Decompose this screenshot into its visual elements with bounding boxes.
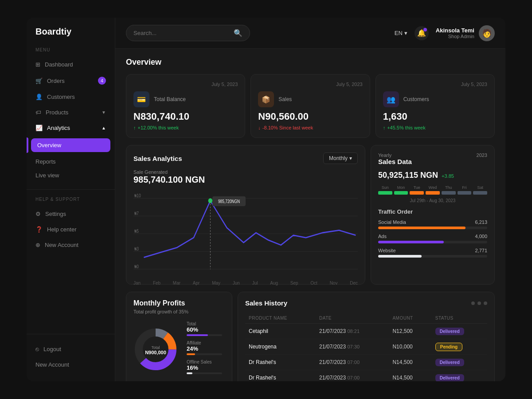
customers-value: 1,630: [383, 111, 487, 122]
gear-icon: ⚙: [35, 211, 41, 217]
main-content: 🔍 EN ▾ 🔔 Akinsola Temi Shop Admin 🧑: [115, 18, 505, 381]
profits-legend: Total 60% Affiliate 24% Offline Sales: [187, 321, 225, 379]
sidebar-item-help[interactable]: ❓ Help center: [27, 222, 115, 237]
sidebar-subitem-reports[interactable]: Reports: [27, 155, 115, 168]
sales-history-card: Sales History PRODUCT NAME DATE AMOUNT S…: [238, 292, 495, 381]
chart-container: ₦10 ₦7 ₦5 ₦3 ₦0: [133, 188, 358, 277]
sd-year: 2023: [477, 153, 487, 158]
sidebar-item-products[interactable]: 🏷 Products ▼: [27, 105, 115, 120]
date-range: Jul 29th - Aug 30, 2023: [378, 198, 487, 203]
analytics-card-title: Sales Analytics: [133, 155, 182, 162]
sidebar-item-orders[interactable]: 🛒 Orders 4: [27, 72, 115, 89]
col-status: STATUS: [432, 313, 487, 324]
sales-value: N90,560.00: [258, 111, 362, 122]
sidebar-subitem-overview[interactable]: Overview: [31, 138, 110, 152]
sidebar-item-addnew[interactable]: ⊕ New Account: [27, 237, 115, 253]
row-date: 21/07/2023 07:00: [316, 370, 389, 382]
history-table: PRODUCT NAME DATE AMOUNT STATUS Cetaphil…: [245, 313, 487, 381]
users-icon: 👥: [383, 91, 399, 107]
sidebar: Boardtiy MENU ⊞ Dashboard 🛒 Orders 4 👤 C…: [27, 18, 115, 381]
traffic-item-ads: Ads 4,000: [378, 234, 487, 243]
chart-xaxis: Jan Feb Mar Apr May Jun Jul Aug Sep Oct …: [133, 279, 358, 287]
svg-text:985,720NGN: 985,720NGN: [218, 200, 240, 204]
help-icon: ❓: [35, 226, 43, 233]
arrow-up-icon: ↑: [383, 125, 386, 130]
traffic-item-website: Website 2,771: [378, 248, 487, 258]
chart-label: Sale Generated: [133, 169, 358, 175]
monthly-dropdown[interactable]: Monthly ▾: [323, 153, 358, 164]
svg-text:₦5: ₦5: [134, 229, 139, 234]
stat-cards: July 5, 2023 💳 Total Balance N830,740.10…: [126, 74, 495, 138]
balance-date: July 5, 2023: [133, 82, 238, 87]
sales-label: Sales: [278, 96, 292, 102]
svg-text:₦10: ₦10: [134, 193, 141, 198]
arrow-down-icon: ↓: [258, 125, 261, 130]
help-label: HELP & SUPPORT: [27, 197, 115, 206]
sd-change: +3.85: [442, 173, 454, 179]
orders-badge: 4: [98, 77, 106, 85]
chevron-down-icon: ▼: [102, 110, 106, 115]
status-badge: Delivered: [435, 328, 464, 335]
legend-offline: Offline Sales 16%: [187, 360, 225, 374]
row-amount: N14,500: [389, 370, 431, 382]
customers-date: July 5, 2023: [383, 82, 487, 87]
row-amount: N12,500: [389, 324, 431, 339]
svg-text:₦7: ₦7: [134, 211, 139, 216]
notification-dot: [423, 28, 427, 31]
language-selector[interactable]: EN ▾: [395, 30, 407, 36]
stat-card-sales: July 5, 2023 📦 Sales N90,560.00 ↓ -8.10%…: [250, 74, 370, 138]
logout-icon: ⎋: [35, 346, 39, 352]
svg-text:₦3: ₦3: [134, 246, 139, 251]
table-row: Dr Rashel's 21/07/2023 07:00 N14,500 Del…: [245, 355, 487, 370]
product-name: Dr Rashel's: [245, 370, 316, 382]
user-role: Shop Admin: [436, 34, 474, 39]
row-date: 21/07/2023 07:30: [316, 339, 389, 355]
chart-value: 985,740.100 NGN: [133, 175, 358, 185]
product-name: Cetaphil: [245, 324, 316, 339]
stat-card-customers: July 5, 2023 👥 Customers 1,630 ↑ +45.5% …: [376, 74, 495, 138]
sidebar-subitem-liveview[interactable]: Live view: [27, 168, 115, 182]
traffic-section: Traffic Order Social Media 6,213: [378, 208, 487, 258]
traffic-title: Traffic Order: [378, 208, 487, 215]
box-icon: 📦: [258, 91, 274, 107]
wallet-icon: 💳: [133, 91, 149, 107]
legend-affiliate: Affiliate 24%: [187, 340, 225, 355]
sales-data-card: Yearly Sales Data 2023 50,925,115 NGN +3…: [371, 145, 495, 285]
status-badge: Delivered: [435, 374, 464, 381]
sidebar-item-analytics[interactable]: 📈 Analytics ▲: [27, 120, 115, 136]
donut-center-value: N900,000: [142, 350, 169, 355]
page-content: Overview July 5, 2023 💳 Total Balance N8…: [115, 49, 505, 381]
sd-title: Sales Data: [378, 158, 412, 165]
sidebar-item-dashboard[interactable]: ⊞ Dashboard: [27, 57, 115, 72]
cart-icon: 🛒: [35, 78, 43, 84]
customers-label: Customers: [403, 96, 429, 102]
sidebar-item-logout[interactable]: ⎋ Logout: [27, 341, 115, 357]
person-icon: 👤: [35, 94, 43, 100]
search-bar[interactable]: 🔍: [126, 25, 250, 41]
stat-card-balance: July 5, 2023 💳 Total Balance N830,740.10…: [126, 74, 245, 138]
sidebar-item-settings[interactable]: ⚙ Settings: [27, 206, 115, 222]
donut-center-label: Total: [142, 345, 169, 350]
grid-icon: ⊞: [35, 61, 40, 68]
sales-change: ↓ -8.10% Since last week: [258, 125, 362, 130]
balance-label: Total Balance: [154, 96, 186, 102]
traffic-item-social: Social Media 6,213: [378, 219, 487, 229]
product-name: Dr Rashel's: [245, 355, 316, 370]
chart-svg: ₦10 ₦7 ₦5 ₦3 ₦0: [133, 188, 358, 277]
history-dots: [471, 301, 487, 305]
search-input[interactable]: [133, 30, 230, 36]
notification-button[interactable]: 🔔: [415, 26, 429, 40]
sd-period: Yearly: [378, 153, 412, 158]
table-row: Neutrogena 21/07/2023 07:30 N10,000 Pend…: [245, 339, 487, 355]
sidebar-item-customers[interactable]: 👤 Customers: [27, 89, 115, 105]
plus-icon: ⊕: [35, 242, 40, 248]
row-status: Delivered: [432, 324, 487, 339]
donut-container: Total N900,000 Total 60% Affiliat: [133, 321, 225, 379]
page-title: Overview: [126, 58, 495, 67]
analytics-row: Sales Analytics Monthly ▾ Sale Generated…: [126, 145, 495, 285]
chevron-up-icon: ▲: [102, 125, 106, 130]
col-amount: AMOUNT: [389, 313, 431, 324]
col-product: PRODUCT NAME: [245, 313, 316, 324]
search-icon: 🔍: [234, 29, 243, 37]
sidebar-item-new-account[interactable]: New Account: [27, 357, 115, 372]
